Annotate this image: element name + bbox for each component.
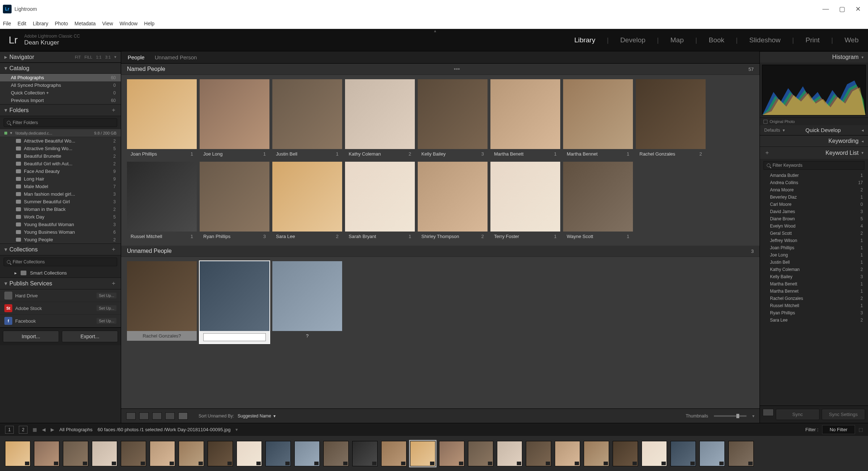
module-slideshow[interactable]: Slideshow (749, 36, 782, 44)
tab-people[interactable]: People (128, 54, 145, 60)
person-card[interactable]: Russel Mitchell1 (127, 162, 197, 241)
person-card[interactable]: Terry Foster1 (490, 162, 560, 241)
person-card[interactable]: Martha Bennet1 (563, 79, 633, 159)
person-card[interactable]: Shirley Thompson2 (418, 162, 488, 241)
sync-toggle-icon[interactable] (763, 409, 774, 416)
filmstrip-thumbnail[interactable] (439, 441, 464, 466)
filmstrip-thumbnail[interactable] (323, 441, 349, 466)
filmstrip-thumbnail[interactable] (555, 441, 580, 466)
export-button[interactable]: Export... (62, 331, 118, 342)
folder-item[interactable]: Woman in the Black2 (0, 205, 121, 213)
module-library[interactable]: Library (574, 36, 596, 44)
module-web[interactable]: Web (844, 36, 859, 44)
setup-button[interactable]: Set Up... (97, 305, 116, 311)
keywording-header[interactable]: Keywording◂ (760, 135, 868, 147)
folder-item[interactable]: Young Beautiful Woman3 (0, 221, 121, 228)
filmstrip-thumbnail[interactable] (468, 441, 493, 466)
keyword-filter-input[interactable]: Filter Keywords (763, 161, 864, 170)
filmstrip-thumbnail[interactable] (294, 441, 320, 466)
nav-mode-3:1[interactable]: 3:1 (105, 55, 111, 59)
person-card[interactable]: Wayne Scott1 (563, 162, 633, 241)
keyword-row[interactable]: Martha Benett1 (760, 280, 868, 288)
defaults-dropdown[interactable]: Defaults ▾ (764, 128, 785, 133)
menu-file[interactable]: File (3, 21, 11, 26)
catalog-item[interactable]: Quick Collection +0 (0, 89, 121, 97)
nav-mode-1:1[interactable]: 1:1 (96, 55, 101, 59)
loupe-view-icon[interactable] (139, 412, 149, 420)
filmstrip-thumbnail[interactable] (63, 441, 88, 466)
filmstrip-thumbnail[interactable] (728, 441, 754, 466)
sync-button[interactable]: Sync (776, 409, 820, 420)
filmstrip-thumbnail[interactable] (92, 441, 117, 466)
person-card[interactable]: Kelly Bailey3 (418, 79, 488, 159)
nav-mode-FIT[interactable]: FIT (75, 55, 81, 59)
menu-help[interactable]: Help (144, 21, 154, 26)
folder-item[interactable]: Work Day5 (0, 213, 121, 221)
add-keyword-icon[interactable]: ＋ (764, 149, 770, 157)
filmstrip-thumbnail[interactable] (121, 441, 146, 466)
suggested-name[interactable]: Rachel Gonzales? (127, 331, 197, 341)
secondary-display-1[interactable]: 1 (5, 426, 14, 434)
person-card[interactable]: Joe Long1 (200, 79, 269, 159)
filter-dropdown[interactable]: No Filter (822, 425, 855, 434)
filmstrip-thumbnail[interactable] (410, 441, 435, 466)
keyword-row[interactable]: Kelly Bailey3 (760, 273, 868, 280)
menu-view[interactable]: View (102, 21, 113, 26)
keyword-row[interactable]: David James3 (760, 208, 868, 215)
filmstrip-thumbnail[interactable] (671, 441, 696, 466)
keyword-row[interactable]: Jeffrey Wilson1 (760, 237, 868, 244)
survey-view-icon[interactable] (165, 412, 175, 420)
nav-back-icon[interactable]: ◀ (42, 427, 46, 432)
filmstrip-thumbnail[interactable] (34, 441, 59, 466)
filmstrip-thumbnail[interactable] (699, 441, 725, 466)
keyword-list-header[interactable]: ＋ Keyword List▾ (760, 147, 868, 159)
folders-header[interactable]: ▾Folders ＋ (0, 104, 121, 116)
sync-settings-button[interactable]: Sync Settings (822, 409, 865, 420)
menu-photo[interactable]: Photo (55, 21, 68, 26)
keyword-row[interactable]: Martha Bennet1 (760, 288, 868, 295)
unnamed-card[interactable]: ? (272, 261, 342, 343)
keyword-row[interactable]: Rachel Gonzales2 (760, 295, 868, 302)
filmstrip-thumbnail[interactable] (179, 441, 204, 466)
keyword-row[interactable]: Andrea Collins17 (760, 179, 868, 186)
setup-button[interactable]: Set Up... (97, 318, 116, 324)
catalog-item[interactable]: Previous Import60 (0, 97, 121, 104)
filmstrip-thumbnail[interactable] (237, 441, 262, 466)
keyword-row[interactable]: Diane Brown5 (760, 215, 868, 222)
folder-item[interactable]: Summer Beautiful Girl3 (0, 198, 121, 205)
collections-header[interactable]: ▾Collections ＋ (0, 243, 121, 255)
thumbnail-slider[interactable] (714, 415, 746, 417)
person-card[interactable]: Justin Bell1 (272, 79, 342, 159)
nav-fwd-icon[interactable]: ▶ (51, 427, 54, 432)
folder-item[interactable]: Man fashion model girl...3 (0, 190, 121, 198)
module-print[interactable]: Print (805, 36, 820, 44)
filmstrip-thumbnail[interactable] (352, 441, 378, 466)
filmstrip-thumbnail[interactable] (584, 441, 609, 466)
catalog-item[interactable]: All Synced Photographs0 (0, 81, 121, 89)
breadcrumb[interactable]: All Photographs (59, 427, 93, 432)
unnamed-card[interactable] (200, 261, 269, 343)
menu-metadata[interactable]: Metadata (75, 21, 95, 26)
publish-service[interactable]: Hard DriveSet Up... (0, 289, 121, 302)
menu-edit[interactable]: Edit (18, 21, 26, 26)
keyword-row[interactable]: Sara Lee2 (760, 317, 868, 324)
keyword-row[interactable]: Joan Phillips1 (760, 244, 868, 251)
minimize-icon[interactable]: — (822, 5, 829, 13)
person-card[interactable]: Sarah Bryant1 (345, 162, 415, 241)
grid-icon[interactable]: ▦ (33, 427, 37, 432)
compare-view-icon[interactable] (152, 412, 162, 420)
keyword-row[interactable]: Carl Moore0 (760, 201, 868, 208)
person-card[interactable]: Martha Benett1 (490, 79, 560, 159)
filmstrip-thumbnail[interactable] (208, 441, 233, 466)
keyword-row[interactable]: Kathy Coleman2 (760, 266, 868, 273)
keyword-row[interactable]: Justin Bell1 (760, 259, 868, 266)
person-card[interactable]: Ryan Phillips3 (200, 162, 269, 241)
folder-item[interactable]: Young Business Woman6 (0, 228, 121, 236)
module-map[interactable]: Map (670, 36, 685, 44)
catalog-header[interactable]: ▾Catalog (0, 63, 121, 74)
collections-filter-input[interactable]: Filter Collections (4, 258, 117, 266)
quick-develop-toggle[interactable]: ◂ (861, 128, 864, 133)
named-people-header[interactable]: Named People ••• 57 (121, 64, 760, 75)
filmstrip-thumbnail[interactable] (642, 441, 667, 466)
menu-window[interactable]: Window (120, 21, 138, 26)
